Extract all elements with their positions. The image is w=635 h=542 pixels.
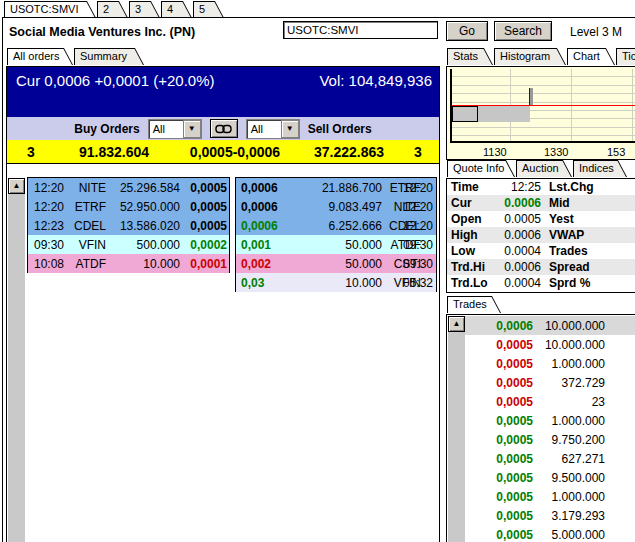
quote-value: 0.0006 [499, 196, 541, 210]
quote-label-right: VWAP [541, 228, 635, 242]
window-tab-3[interactable]: 3 [129, 1, 160, 18]
orders-tab-strip: All orders Summary [7, 48, 144, 65]
tab-label: Histogram [494, 48, 566, 64]
buy-order-row[interactable]: 12:23 CDEL 13.586.020 0,0005 [28, 216, 229, 235]
symbol-input[interactable] [283, 21, 438, 39]
window-tab-2[interactable]: 2 [97, 1, 128, 18]
trade-price: 0,0005 [465, 509, 533, 523]
tab-summary[interactable]: Summary [74, 48, 144, 65]
sell-order-row[interactable]: 0,0006 6.252.666 CDEL 12:20 [236, 216, 436, 235]
trade-row[interactable]: 0,0005 10.000.000 [465, 335, 635, 354]
chevron-down-icon[interactable]: ▼ [183, 120, 201, 138]
buy-order-row[interactable]: 12:20 ETRF 52.950.000 0,0005 [28, 197, 229, 216]
quote-row: Low 0.0004 Trades [447, 243, 635, 259]
link-filters-button[interactable] [210, 119, 238, 138]
tab-all-orders[interactable]: All orders [7, 48, 73, 65]
trades-rows: 0,0006 10.000.000 0,0005 10.000.000 0,00… [465, 316, 635, 542]
price-chart[interactable]: 1130 1330 153 [446, 66, 635, 160]
order-price: 0,0006 [236, 219, 286, 233]
trade-row[interactable]: 0,0005 1.000.000 [465, 411, 635, 430]
trade-row[interactable]: 0,0005 9.750.200 [465, 430, 635, 449]
order-price: 0,0001 [180, 257, 227, 271]
trade-row[interactable]: 0,0005 627.271 [465, 449, 635, 468]
chart-last-tick [529, 88, 533, 106]
sell-order-row[interactable]: 0,0006 21.886.700 ETRF 12:20 [236, 178, 436, 197]
chart-x-axis [450, 141, 635, 143]
trade-row[interactable]: 0,0005 372.729 [465, 373, 635, 392]
sell-order-row[interactable]: 0,001 50.000 ATDF 09:30 [236, 235, 436, 254]
quote-label: Trd.Lo [447, 276, 499, 290]
tab-trades[interactable]: Trades [447, 296, 501, 313]
order-size: 9.083.497 [286, 200, 382, 214]
go-button[interactable]: Go [446, 21, 488, 41]
quote-label-right: Sprd % [541, 276, 635, 290]
trade-row[interactable]: 0,0005 1.000.000 [465, 487, 635, 506]
trade-row[interactable]: 0,0005 3.179.293 [465, 506, 635, 525]
buy-total-size: 91.832.604 [55, 144, 173, 160]
tab-auction[interactable]: Auction [516, 160, 572, 177]
sell-order-row[interactable]: 0,0006 9.083.497 NITE 12:20 [236, 197, 436, 216]
sell-order-row[interactable]: 0,002 50.000 CSTI 09:30 [236, 254, 436, 273]
order-time: 05:32 [393, 276, 436, 290]
buy-orders-label: Buy Orders [74, 122, 139, 136]
trade-size: 1.000.000 [533, 414, 605, 428]
quote-row: Trd.Hi 0.0006 Spread [447, 259, 635, 275]
sell-order-count: 3 [401, 144, 435, 160]
tab-indices[interactable]: Indices [573, 160, 627, 177]
window-tab-usotc-smvi[interactable]: USOTC:SMVI [4, 1, 96, 18]
window-tab-4[interactable]: 4 [161, 1, 192, 18]
trade-size: 10.000.000 [533, 338, 605, 352]
trades-scrollbar[interactable]: ▲ [448, 316, 465, 542]
trade-row[interactable]: 0,0005 9.500.000 [465, 468, 635, 487]
order-size: 52.950.000 [106, 200, 180, 214]
buy-orders-table: 12:20 NITE 25.296.584 0,0005 12:20 ETRF … [27, 177, 230, 273]
quote-label: Low [447, 244, 499, 258]
quote-row: High 0.0006 VWAP [447, 227, 635, 243]
order-size: 25.296.584 [106, 181, 180, 195]
quote-label: Time [447, 180, 499, 194]
search-button[interactable]: Search [494, 21, 552, 41]
sell-order-row[interactable]: 0,03 10.000 VFIN 05:32 [236, 273, 436, 292]
quote-value: 0.0006 [499, 228, 541, 242]
instrument-title: Social Media Ventures Inc. (PN) [9, 25, 195, 39]
level-label: Level 3 M [570, 25, 622, 39]
trade-size: 9.500.000 [533, 471, 605, 485]
market-maker: CDEL [64, 219, 106, 233]
chart-tab-strip: Stats Histogram Chart TickS [447, 48, 635, 65]
trade-size: 372.729 [533, 376, 605, 390]
tab-histogram[interactable]: Histogram [494, 48, 566, 65]
tab-ticks[interactable]: TickS [616, 48, 635, 65]
window-tab-5[interactable]: 5 [193, 1, 224, 18]
main-window: Social Media Ventures Inc. (PN) Go Searc… [2, 17, 635, 542]
order-size: 10.000 [106, 257, 180, 271]
order-time: 12:20 [393, 200, 436, 214]
trades-tab-strip: Trades [447, 296, 501, 313]
quote-row: Trd.Lo 0.0004 Sprd % [447, 275, 635, 291]
sell-filter-value: All [247, 123, 281, 135]
sell-filter-select[interactable]: All ▼ [246, 119, 300, 139]
buy-order-row[interactable]: 09:30 VFIN 500.000 0,0002 [28, 235, 229, 254]
orderbook-scrollbar[interactable]: ▲ [8, 178, 25, 542]
trade-row[interactable]: 0,0006 10.000.000 [465, 316, 635, 335]
window-tab-label: 3 [129, 1, 160, 17]
quote-label: Cur [447, 196, 499, 210]
chevron-down-icon[interactable]: ▼ [281, 120, 299, 138]
best-bid-ask-spread: 0,0005-0,0006 [173, 144, 297, 160]
scroll-up-icon[interactable]: ▲ [448, 316, 465, 332]
buy-order-count: 3 [7, 144, 55, 160]
trade-price: 0,0005 [465, 490, 533, 504]
trade-size: 1.000.000 [533, 490, 605, 504]
trade-row[interactable]: 0,0005 1.000.000 [465, 354, 635, 373]
sell-orders-label: Sell Orders [308, 122, 372, 136]
buy-order-row[interactable]: 12:20 NITE 25.296.584 0,0005 [28, 178, 229, 197]
tab-quote-info[interactable]: Quote Info [447, 160, 515, 177]
tab-stats[interactable]: Stats [447, 48, 493, 65]
buy-order-row[interactable]: 10:08 ATDF 10.000 0,0001 [28, 254, 229, 273]
chart-price-area-first [452, 106, 478, 122]
tab-chart[interactable]: Chart [567, 48, 615, 65]
scroll-up-icon[interactable]: ▲ [8, 178, 25, 194]
buy-filter-select[interactable]: All ▼ [148, 119, 202, 139]
trade-price: 0,0005 [465, 528, 533, 542]
trade-row[interactable]: 0,0005 5.000.000 [465, 525, 635, 542]
trade-row[interactable]: 0,0005 23 [465, 392, 635, 411]
